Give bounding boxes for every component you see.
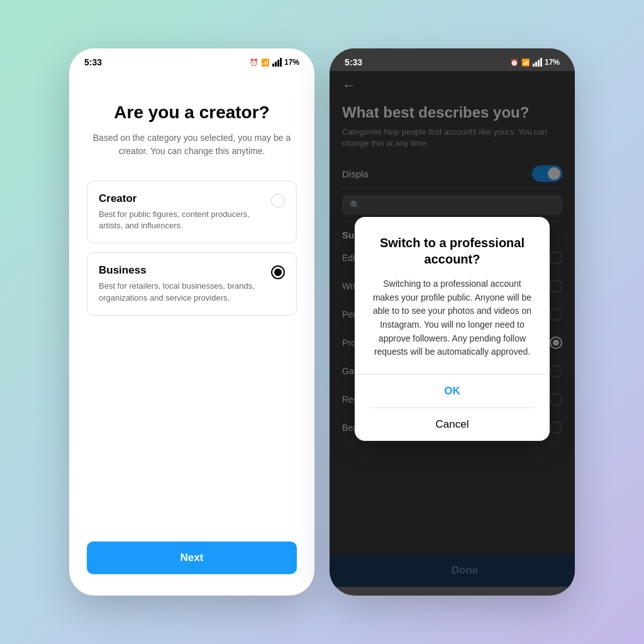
wifi-icon: 📶 [261,58,270,67]
business-option-title: Business [99,264,264,277]
dialog-body: Switching to a professional account make… [370,277,535,359]
right-status-icons: ⏰ 📶 17% [510,58,560,67]
left-battery: 17% [284,58,299,67]
left-status-icons: ⏰ 📶 17% [250,58,299,67]
next-button[interactable]: Next [87,541,297,574]
right-battery: 17% [545,58,560,67]
right-time: 5:33 [345,57,362,67]
business-option-card[interactable]: Business Best for retailers, local busin… [87,252,297,315]
left-time: 5:33 [84,57,102,67]
phone-right: 5:33 ⏰ 📶 17% ← What best describes you? … [330,48,575,596]
alarm-icon-right: ⏰ [510,58,519,67]
phone-left: 5:33 ⏰ 📶 17% Are you a creator? Based on… [69,48,314,596]
business-radio[interactable] [271,265,285,279]
creator-option-card[interactable]: Creator Best for public figures, content… [87,180,297,243]
business-option-text: Business Best for retailers, local busin… [99,264,264,303]
dialog-box: Switch to a professional account? Switch… [355,217,550,441]
left-status-bar: 5:33 ⏰ 📶 17% [69,48,314,71]
phones-container: 5:33 ⏰ 📶 17% Are you a creator? Based on… [69,48,575,596]
creator-option-text: Creator Best for public figures, content… [99,192,264,231]
business-option-desc: Best for retailers, local businesses, br… [99,280,264,303]
alarm-icon: ⏰ [250,58,258,67]
left-main-content: Are you a creator? Based on the category… [69,71,314,587]
wifi-icon-right: 📶 [521,58,530,67]
creator-radio[interactable] [271,194,285,208]
right-signal-bars [533,58,542,67]
right-status-bar: 5:33 ⏰ 📶 17% [330,48,575,71]
creator-option-title: Creator [99,192,264,205]
dialog-overlay: Switch to a professional account? Switch… [330,71,575,587]
signal-bars [272,58,282,67]
dialog-cancel-button[interactable]: Cancel [370,408,535,441]
right-main-content: ← What best describes you? Categories he… [330,71,575,587]
creator-option-desc: Best for public figures, content produce… [99,209,264,231]
dialog-ok-button[interactable]: OK [370,375,535,408]
page-subtitle: Based on the category you selected, you … [87,131,297,158]
dialog-title: Switch to a professional account? [370,235,535,267]
page-title: Are you a creator? [87,103,297,123]
